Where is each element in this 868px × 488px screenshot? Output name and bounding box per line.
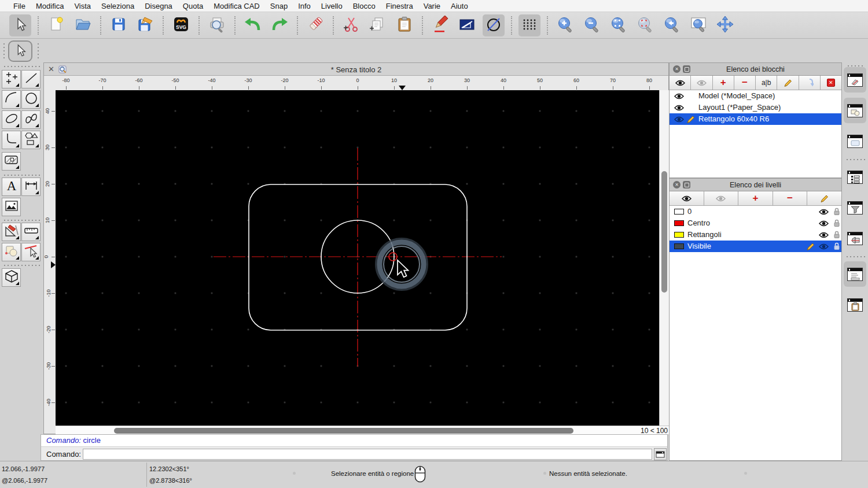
remove-layer-button[interactable]: − <box>773 191 808 205</box>
menu-item[interactable]: Vista <box>69 2 96 10</box>
menu-item[interactable]: Modifica CAD <box>208 2 264 10</box>
delete-button[interactable] <box>304 14 326 36</box>
zoom-previous-button[interactable] <box>661 14 683 36</box>
eye-icon[interactable] <box>674 116 684 124</box>
polyline-tool-button[interactable] <box>2 131 21 149</box>
print-preview-button[interactable] <box>206 14 228 36</box>
menu-item[interactable]: Aiuto <box>446 2 473 10</box>
open-file-button[interactable] <box>72 14 94 36</box>
add-layer-button[interactable]: + <box>738 191 773 205</box>
keyboard-button[interactable] <box>654 448 667 460</box>
arc-tool-button[interactable] <box>2 90 21 109</box>
eye-icon[interactable] <box>819 220 829 228</box>
show-all-blocks-button[interactable] <box>670 76 691 90</box>
remove-block-button[interactable]: − <box>734 76 756 90</box>
line-attributes-button[interactable] <box>456 14 478 36</box>
dock-section-button[interactable] <box>844 225 866 251</box>
cut-button[interactable] <box>340 14 362 36</box>
selection-arrow-button[interactable] <box>8 40 32 62</box>
lock-icon[interactable] <box>833 242 840 252</box>
eye-icon[interactable] <box>819 243 829 252</box>
dock-block-list-button[interactable] <box>844 98 866 123</box>
circle-attributes-button[interactable] <box>483 14 505 36</box>
layer-row-selected[interactable]: Visibile <box>670 241 841 252</box>
shapes-tool-button[interactable] <box>21 131 41 149</box>
undo-button[interactable] <box>242 14 264 36</box>
spline-tool-button[interactable] <box>21 110 41 129</box>
edit-layer-button[interactable] <box>807 191 841 205</box>
save-button[interactable] <box>108 14 130 36</box>
redo-button[interactable] <box>269 14 290 36</box>
dock-clipboard-button[interactable] <box>844 292 866 317</box>
menu-item[interactable]: Info <box>293 2 316 10</box>
layer-row[interactable]: Rettangoli <box>670 229 841 241</box>
paste-button[interactable] <box>393 14 415 36</box>
add-block-button[interactable]: + <box>713 76 734 90</box>
vertical-scrollbar[interactable] <box>659 90 669 426</box>
pencil-icon[interactable] <box>686 115 695 125</box>
menu-item[interactable]: Livello <box>316 2 348 10</box>
dock-entity-list-button[interactable] <box>844 164 866 190</box>
lock-icon[interactable] <box>833 219 840 229</box>
auto-zoom-button[interactable] <box>608 14 630 36</box>
vertical-scrollbar-thumb[interactable] <box>661 171 667 293</box>
text-tool-button[interactable]: A <box>2 178 21 196</box>
image-tool-button[interactable] <box>2 198 21 216</box>
ellipse-tool-button[interactable] <box>2 110 21 129</box>
horizontal-scrollbar-thumb[interactable] <box>114 428 573 434</box>
show-all-layers-button[interactable] <box>670 191 704 205</box>
hide-all-blocks-button[interactable] <box>691 76 712 90</box>
dock-layer-list-button[interactable] <box>844 67 866 93</box>
hide-all-layers-button[interactable] <box>704 191 739 205</box>
menu-item[interactable]: Quota <box>178 2 208 10</box>
modify-tools-button[interactable] <box>2 223 21 241</box>
pen-button[interactable] <box>429 14 451 36</box>
dock-command-button[interactable] <box>844 261 866 287</box>
menu-item[interactable]: Varie <box>418 2 446 10</box>
eye-icon[interactable] <box>674 93 684 101</box>
lock-icon[interactable] <box>833 208 840 217</box>
copy-button[interactable] <box>367 14 389 36</box>
svg-export-button[interactable]: SVG <box>170 14 192 36</box>
drawing-canvas[interactable] <box>56 90 659 426</box>
zoom-window-button[interactable] <box>687 14 709 36</box>
points-tool-button[interactable] <box>2 70 21 88</box>
horizontal-scrollbar[interactable] <box>56 426 628 435</box>
command-input[interactable] <box>83 449 652 460</box>
selection-tools-button[interactable] <box>2 243 21 261</box>
menu-item[interactable]: Disegna <box>139 2 178 10</box>
zoom-out-button[interactable] <box>581 14 603 36</box>
menu-item[interactable]: Snap <box>265 2 293 10</box>
rename-block-button[interactable]: a|b <box>756 76 777 90</box>
circle-tool-button[interactable] <box>21 90 41 109</box>
pan-button[interactable] <box>714 14 736 36</box>
dimension-tool-button[interactable] <box>21 178 41 196</box>
block-row[interactable]: Model (*Model_Space) <box>670 90 841 102</box>
measure-tools-button[interactable] <box>21 223 41 241</box>
hatch-tool-button[interactable] <box>2 152 21 171</box>
menu-item[interactable]: Modifica <box>31 2 69 10</box>
deselect-tool-button[interactable] <box>21 243 41 261</box>
delete-block-button[interactable]: ✕ <box>821 76 841 90</box>
menu-item[interactable]: Seleziona <box>96 2 139 10</box>
new-document-button[interactable] <box>45 14 67 36</box>
isometric-tool-button[interactable] <box>2 268 21 287</box>
block-row[interactable]: Layout1 (*Paper_Space) <box>670 102 841 113</box>
block-row-selected[interactable]: Rettangolo 60x40 R6 <box>670 113 841 125</box>
menu-item[interactable]: Finestra <box>381 2 418 10</box>
eye-icon[interactable] <box>674 104 684 113</box>
eye-icon[interactable] <box>819 208 829 217</box>
edit-block-button[interactable] <box>777 76 799 90</box>
lock-icon[interactable] <box>833 231 840 241</box>
layer-row[interactable]: Centro <box>670 217 841 229</box>
eye-icon[interactable] <box>819 231 829 240</box>
line-tool-button[interactable] <box>21 70 41 88</box>
grid-toggle-button[interactable] <box>518 14 540 36</box>
dock-filter-button[interactable] <box>844 195 866 220</box>
layer-row[interactable]: 0 <box>670 206 841 217</box>
dock-library-button[interactable] <box>844 128 866 154</box>
insert-block-button[interactable] <box>799 76 821 90</box>
select-cursor-button[interactable] <box>9 14 31 36</box>
menu-item[interactable]: File <box>8 2 31 10</box>
zoom-in-button[interactable] <box>554 14 576 36</box>
